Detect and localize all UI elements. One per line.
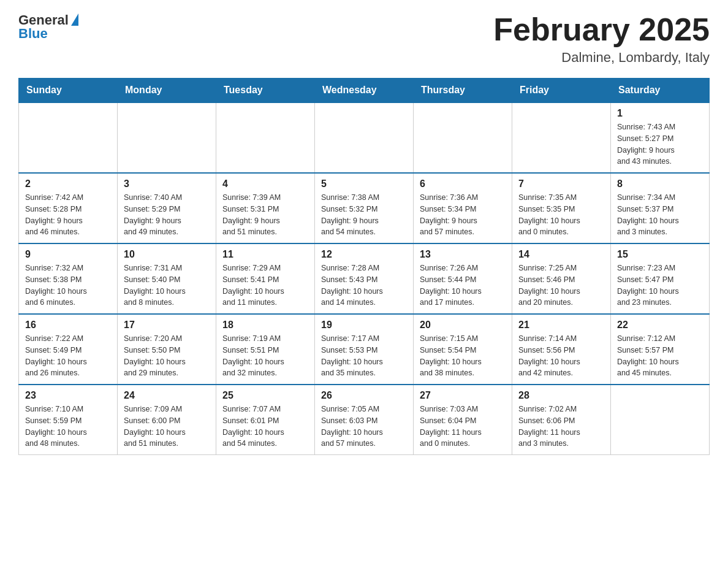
day-number: 20 xyxy=(420,320,506,331)
calendar-header-row: SundayMondayTuesdayWednesdayThursdayFrid… xyxy=(19,79,710,103)
calendar-week-row: 2Sunrise: 7:42 AM Sunset: 5:28 PM Daylig… xyxy=(19,173,710,243)
day-header-thursday: Thursday xyxy=(414,79,512,103)
calendar-day-cell: 20Sunrise: 7:15 AM Sunset: 5:54 PM Dayli… xyxy=(414,314,512,385)
day-info: Sunrise: 7:12 AM Sunset: 5:57 PM Dayligh… xyxy=(617,333,703,379)
day-number: 27 xyxy=(420,390,506,401)
day-info: Sunrise: 7:14 AM Sunset: 5:56 PM Dayligh… xyxy=(518,333,604,379)
day-number: 14 xyxy=(518,249,604,260)
calendar-day-cell: 1Sunrise: 7:43 AM Sunset: 5:27 PM Daylig… xyxy=(611,102,710,173)
day-info: Sunrise: 7:26 AM Sunset: 5:44 PM Dayligh… xyxy=(420,262,506,308)
day-info: Sunrise: 7:25 AM Sunset: 5:46 PM Dayligh… xyxy=(518,262,604,308)
day-info: Sunrise: 7:39 AM Sunset: 5:31 PM Dayligh… xyxy=(222,192,308,238)
calendar-week-row: 16Sunrise: 7:22 AM Sunset: 5:49 PM Dayli… xyxy=(19,314,710,385)
calendar-day-cell: 23Sunrise: 7:10 AM Sunset: 5:59 PM Dayli… xyxy=(19,385,118,455)
title-section: February 2025 Dalmine, Lombardy, Italy xyxy=(493,12,710,66)
month-title: February 2025 xyxy=(493,12,710,47)
calendar-day-cell xyxy=(216,102,315,173)
day-number: 2 xyxy=(25,178,111,190)
day-info: Sunrise: 7:10 AM Sunset: 5:59 PM Dayligh… xyxy=(25,404,111,450)
day-number: 24 xyxy=(124,390,210,401)
calendar-day-cell: 11Sunrise: 7:29 AM Sunset: 5:41 PM Dayli… xyxy=(216,243,315,314)
day-number: 26 xyxy=(321,390,407,401)
day-info: Sunrise: 7:40 AM Sunset: 5:29 PM Dayligh… xyxy=(124,192,210,238)
day-number: 11 xyxy=(222,249,308,260)
logo-triangle-icon xyxy=(71,13,78,26)
calendar-day-cell: 14Sunrise: 7:25 AM Sunset: 5:46 PM Dayli… xyxy=(512,243,611,314)
day-number: 18 xyxy=(222,320,308,331)
calendar-day-cell: 6Sunrise: 7:36 AM Sunset: 5:34 PM Daylig… xyxy=(414,173,512,243)
calendar-day-cell: 27Sunrise: 7:03 AM Sunset: 6:04 PM Dayli… xyxy=(414,385,512,455)
calendar-day-cell: 2Sunrise: 7:42 AM Sunset: 5:28 PM Daylig… xyxy=(19,173,118,243)
day-header-monday: Monday xyxy=(118,79,216,103)
day-info: Sunrise: 7:42 AM Sunset: 5:28 PM Dayligh… xyxy=(25,192,111,238)
day-number: 22 xyxy=(617,320,703,331)
calendar-day-cell: 24Sunrise: 7:09 AM Sunset: 6:00 PM Dayli… xyxy=(118,385,216,455)
calendar-day-cell: 7Sunrise: 7:35 AM Sunset: 5:35 PM Daylig… xyxy=(512,173,611,243)
calendar-day-cell: 18Sunrise: 7:19 AM Sunset: 5:51 PM Dayli… xyxy=(216,314,315,385)
day-number: 3 xyxy=(124,178,210,190)
day-number: 17 xyxy=(124,320,210,331)
calendar-week-row: 23Sunrise: 7:10 AM Sunset: 5:59 PM Dayli… xyxy=(19,385,710,455)
calendar-day-cell: 3Sunrise: 7:40 AM Sunset: 5:29 PM Daylig… xyxy=(118,173,216,243)
day-number: 23 xyxy=(25,390,111,401)
day-number: 8 xyxy=(617,178,703,190)
day-info: Sunrise: 7:34 AM Sunset: 5:37 PM Dayligh… xyxy=(617,192,703,238)
day-number: 7 xyxy=(518,178,604,190)
day-header-friday: Friday xyxy=(512,79,611,103)
calendar-day-cell xyxy=(118,102,216,173)
day-info: Sunrise: 7:29 AM Sunset: 5:41 PM Dayligh… xyxy=(222,262,308,308)
day-header-tuesday: Tuesday xyxy=(216,79,315,103)
calendar-day-cell xyxy=(315,102,414,173)
day-number: 1 xyxy=(617,108,703,119)
day-number: 15 xyxy=(617,249,703,260)
calendar-day-cell: 28Sunrise: 7:02 AM Sunset: 6:06 PM Dayli… xyxy=(512,385,611,455)
day-info: Sunrise: 7:38 AM Sunset: 5:32 PM Dayligh… xyxy=(321,192,407,238)
day-info: Sunrise: 7:07 AM Sunset: 6:01 PM Dayligh… xyxy=(222,404,308,450)
day-info: Sunrise: 7:15 AM Sunset: 5:54 PM Dayligh… xyxy=(420,333,506,379)
calendar-day-cell: 4Sunrise: 7:39 AM Sunset: 5:31 PM Daylig… xyxy=(216,173,315,243)
day-info: Sunrise: 7:17 AM Sunset: 5:53 PM Dayligh… xyxy=(321,333,407,379)
day-header-sunday: Sunday xyxy=(19,79,118,103)
day-info: Sunrise: 7:43 AM Sunset: 5:27 PM Dayligh… xyxy=(617,121,703,167)
calendar-day-cell: 26Sunrise: 7:05 AM Sunset: 6:03 PM Dayli… xyxy=(315,385,414,455)
calendar-day-cell xyxy=(19,102,118,173)
day-info: Sunrise: 7:35 AM Sunset: 5:35 PM Dayligh… xyxy=(518,192,604,238)
calendar-day-cell: 8Sunrise: 7:34 AM Sunset: 5:37 PM Daylig… xyxy=(611,173,710,243)
day-info: Sunrise: 7:31 AM Sunset: 5:40 PM Dayligh… xyxy=(124,262,210,308)
day-number: 16 xyxy=(25,320,111,331)
day-header-wednesday: Wednesday xyxy=(315,79,414,103)
day-number: 28 xyxy=(518,390,604,401)
location-subtitle: Dalmine, Lombardy, Italy xyxy=(493,50,710,66)
day-number: 25 xyxy=(222,390,308,401)
day-number: 21 xyxy=(518,320,604,331)
day-info: Sunrise: 7:09 AM Sunset: 6:00 PM Dayligh… xyxy=(124,404,210,450)
day-info: Sunrise: 7:02 AM Sunset: 6:06 PM Dayligh… xyxy=(518,404,604,450)
calendar-day-cell: 21Sunrise: 7:14 AM Sunset: 5:56 PM Dayli… xyxy=(512,314,611,385)
calendar-day-cell: 19Sunrise: 7:17 AM Sunset: 5:53 PM Dayli… xyxy=(315,314,414,385)
calendar-day-cell: 22Sunrise: 7:12 AM Sunset: 5:57 PM Dayli… xyxy=(611,314,710,385)
calendar-day-cell: 25Sunrise: 7:07 AM Sunset: 6:01 PM Dayli… xyxy=(216,385,315,455)
day-number: 9 xyxy=(25,249,111,260)
calendar-week-row: 1Sunrise: 7:43 AM Sunset: 5:27 PM Daylig… xyxy=(19,102,710,173)
day-number: 6 xyxy=(420,178,506,190)
calendar-day-cell: 16Sunrise: 7:22 AM Sunset: 5:49 PM Dayli… xyxy=(19,314,118,385)
day-info: Sunrise: 7:36 AM Sunset: 5:34 PM Dayligh… xyxy=(420,192,506,238)
calendar-day-cell xyxy=(414,102,512,173)
day-info: Sunrise: 7:03 AM Sunset: 6:04 PM Dayligh… xyxy=(420,404,506,450)
calendar-week-row: 9Sunrise: 7:32 AM Sunset: 5:38 PM Daylig… xyxy=(19,243,710,314)
day-number: 12 xyxy=(321,249,407,260)
calendar-day-cell xyxy=(611,385,710,455)
calendar-day-cell: 5Sunrise: 7:38 AM Sunset: 5:32 PM Daylig… xyxy=(315,173,414,243)
calendar-day-cell: 10Sunrise: 7:31 AM Sunset: 5:40 PM Dayli… xyxy=(118,243,216,314)
day-info: Sunrise: 7:28 AM Sunset: 5:43 PM Dayligh… xyxy=(321,262,407,308)
calendar-day-cell: 12Sunrise: 7:28 AM Sunset: 5:43 PM Dayli… xyxy=(315,243,414,314)
day-number: 13 xyxy=(420,249,506,260)
page-header: General Blue February 2025 Dalmine, Lomb… xyxy=(18,12,710,66)
day-info: Sunrise: 7:19 AM Sunset: 5:51 PM Dayligh… xyxy=(222,333,308,379)
day-info: Sunrise: 7:23 AM Sunset: 5:47 PM Dayligh… xyxy=(617,262,703,308)
day-info: Sunrise: 7:32 AM Sunset: 5:38 PM Dayligh… xyxy=(25,262,111,308)
day-info: Sunrise: 7:20 AM Sunset: 5:50 PM Dayligh… xyxy=(124,333,210,379)
day-number: 4 xyxy=(222,178,308,190)
logo-blue-text: Blue xyxy=(18,26,48,42)
day-info: Sunrise: 7:22 AM Sunset: 5:49 PM Dayligh… xyxy=(25,333,111,379)
